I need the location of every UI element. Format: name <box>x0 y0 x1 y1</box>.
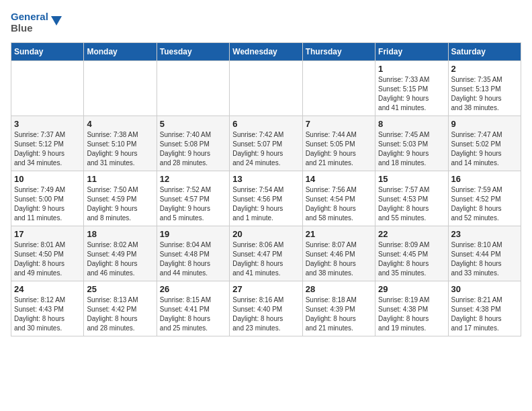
col-header-friday: Friday <box>375 42 448 60</box>
col-header-sunday: Sunday <box>11 42 84 60</box>
day-info: Sunrise: 8:09 AMSunset: 4:45 PMDaylight:… <box>378 240 445 278</box>
day-number: 10 <box>14 174 81 184</box>
col-header-monday: Monday <box>84 42 157 60</box>
calendar-cell: 12Sunrise: 7:52 AMSunset: 4:57 PMDayligh… <box>157 171 229 226</box>
day-info: Sunrise: 8:02 AMSunset: 4:49 PMDaylight:… <box>87 240 153 278</box>
day-number: 20 <box>232 229 299 239</box>
day-info: Sunrise: 7:42 AMSunset: 5:07 PMDaylight:… <box>232 130 299 168</box>
calendar-cell: 3Sunrise: 7:37 AMSunset: 5:12 PMDaylight… <box>11 116 84 171</box>
calendar-cell <box>302 60 375 116</box>
calendar-cell: 17Sunrise: 8:01 AMSunset: 4:50 PMDayligh… <box>11 226 84 281</box>
calendar-cell: 5Sunrise: 7:40 AMSunset: 5:08 PMDaylight… <box>157 116 229 171</box>
day-info: Sunrise: 7:38 AMSunset: 5:10 PMDaylight:… <box>87 130 153 168</box>
day-info: Sunrise: 8:16 AMSunset: 4:40 PMDaylight:… <box>232 295 299 333</box>
logo-blue: Blue <box>11 22 33 34</box>
day-number: 5 <box>160 119 226 129</box>
day-info: Sunrise: 7:35 AMSunset: 5:13 PMDaylight:… <box>451 75 518 113</box>
calendar-cell: 28Sunrise: 8:18 AMSunset: 4:39 PMDayligh… <box>302 281 375 336</box>
calendar-cell: 2Sunrise: 7:35 AMSunset: 5:13 PMDaylight… <box>448 60 521 116</box>
day-number: 7 <box>306 119 372 129</box>
day-info: Sunrise: 8:19 AMSunset: 4:38 PMDaylight:… <box>378 295 445 333</box>
calendar-cell: 30Sunrise: 8:21 AMSunset: 4:38 PMDayligh… <box>448 281 521 336</box>
day-info: Sunrise: 7:49 AMSunset: 5:00 PMDaylight:… <box>14 185 81 223</box>
day-number: 22 <box>378 229 445 239</box>
calendar-cell: 1Sunrise: 7:33 AMSunset: 5:15 PMDaylight… <box>375 60 448 116</box>
calendar-cell: 11Sunrise: 7:50 AMSunset: 4:59 PMDayligh… <box>84 171 157 226</box>
day-info: Sunrise: 8:15 AMSunset: 4:41 PMDaylight:… <box>160 295 226 333</box>
day-number: 2 <box>451 64 518 74</box>
day-number: 25 <box>87 284 153 294</box>
day-number: 28 <box>306 284 372 294</box>
day-number: 12 <box>160 174 226 184</box>
calendar-cell: 27Sunrise: 8:16 AMSunset: 4:40 PMDayligh… <box>230 281 302 336</box>
day-number: 14 <box>306 174 372 184</box>
day-info: Sunrise: 7:54 AMSunset: 4:56 PMDaylight:… <box>232 185 299 223</box>
calendar-cell: 23Sunrise: 8:10 AMSunset: 4:44 PMDayligh… <box>448 226 521 281</box>
calendar-cell: 10Sunrise: 7:49 AMSunset: 5:00 PMDayligh… <box>11 171 84 226</box>
col-header-saturday: Saturday <box>448 42 521 60</box>
day-number: 18 <box>87 229 153 239</box>
calendar-cell: 21Sunrise: 8:07 AMSunset: 4:46 PMDayligh… <box>302 226 375 281</box>
logo-chevron <box>50 15 62 27</box>
logo: General Blue <box>11 11 62 34</box>
calendar-cell: 19Sunrise: 8:04 AMSunset: 4:48 PMDayligh… <box>157 226 229 281</box>
day-info: Sunrise: 8:07 AMSunset: 4:46 PMDaylight:… <box>306 240 372 278</box>
calendar-cell: 7Sunrise: 7:44 AMSunset: 5:05 PMDaylight… <box>302 116 375 171</box>
calendar-cell: 14Sunrise: 7:56 AMSunset: 4:54 PMDayligh… <box>302 171 375 226</box>
day-number: 24 <box>14 284 81 294</box>
day-info: Sunrise: 7:40 AMSunset: 5:08 PMDaylight:… <box>160 130 226 168</box>
day-number: 8 <box>378 119 445 129</box>
day-info: Sunrise: 7:47 AMSunset: 5:02 PMDaylight:… <box>451 130 518 168</box>
svg-marker-0 <box>51 16 62 26</box>
day-info: Sunrise: 7:52 AMSunset: 4:57 PMDaylight:… <box>160 185 226 223</box>
day-info: Sunrise: 8:12 AMSunset: 4:43 PMDaylight:… <box>14 295 81 333</box>
day-number: 17 <box>14 229 81 239</box>
day-info: Sunrise: 7:45 AMSunset: 5:03 PMDaylight:… <box>378 130 445 168</box>
calendar-cell: 6Sunrise: 7:42 AMSunset: 5:07 PMDaylight… <box>230 116 302 171</box>
logo-general: General <box>11 11 48 22</box>
day-number: 21 <box>306 229 372 239</box>
day-number: 1 <box>378 64 445 74</box>
day-info: Sunrise: 7:56 AMSunset: 4:54 PMDaylight:… <box>306 185 372 223</box>
day-number: 30 <box>451 284 518 294</box>
calendar-cell: 8Sunrise: 7:45 AMSunset: 5:03 PMDaylight… <box>375 116 448 171</box>
calendar-cell: 4Sunrise: 7:38 AMSunset: 5:10 PMDaylight… <box>84 116 157 171</box>
day-info: Sunrise: 8:21 AMSunset: 4:38 PMDaylight:… <box>451 295 518 333</box>
day-info: Sunrise: 8:18 AMSunset: 4:39 PMDaylight:… <box>306 295 372 333</box>
col-header-wednesday: Wednesday <box>230 42 302 60</box>
day-info: Sunrise: 7:50 AMSunset: 4:59 PMDaylight:… <box>87 185 153 223</box>
day-info: Sunrise: 8:10 AMSunset: 4:44 PMDaylight:… <box>451 240 518 278</box>
calendar-cell: 24Sunrise: 8:12 AMSunset: 4:43 PMDayligh… <box>11 281 84 336</box>
col-header-tuesday: Tuesday <box>157 42 229 60</box>
day-number: 29 <box>378 284 445 294</box>
calendar-table: SundayMondayTuesdayWednesdayThursdayFrid… <box>11 42 521 336</box>
day-number: 11 <box>87 174 153 184</box>
day-number: 3 <box>14 119 81 129</box>
day-number: 26 <box>160 284 226 294</box>
day-number: 4 <box>87 119 153 129</box>
day-number: 13 <box>232 174 299 184</box>
day-info: Sunrise: 8:01 AMSunset: 4:50 PMDaylight:… <box>14 240 81 278</box>
calendar-cell: 16Sunrise: 7:59 AMSunset: 4:52 PMDayligh… <box>448 171 521 226</box>
calendar-cell: 9Sunrise: 7:47 AMSunset: 5:02 PMDaylight… <box>448 116 521 171</box>
day-info: Sunrise: 7:57 AMSunset: 4:53 PMDaylight:… <box>378 185 445 223</box>
day-number: 27 <box>232 284 299 294</box>
day-info: Sunrise: 7:44 AMSunset: 5:05 PMDaylight:… <box>306 130 372 168</box>
day-number: 9 <box>451 119 518 129</box>
calendar-cell <box>84 60 157 116</box>
day-number: 6 <box>232 119 299 129</box>
calendar-cell <box>230 60 302 116</box>
calendar-cell <box>157 60 229 116</box>
day-number: 19 <box>160 229 226 239</box>
calendar-cell: 18Sunrise: 8:02 AMSunset: 4:49 PMDayligh… <box>84 226 157 281</box>
calendar-cell: 26Sunrise: 8:15 AMSunset: 4:41 PMDayligh… <box>157 281 229 336</box>
calendar-cell <box>11 60 84 116</box>
day-info: Sunrise: 8:04 AMSunset: 4:48 PMDaylight:… <box>160 240 226 278</box>
day-info: Sunrise: 7:37 AMSunset: 5:12 PMDaylight:… <box>14 130 81 168</box>
day-info: Sunrise: 8:06 AMSunset: 4:47 PMDaylight:… <box>232 240 299 278</box>
day-number: 15 <box>378 174 445 184</box>
calendar-cell: 25Sunrise: 8:13 AMSunset: 4:42 PMDayligh… <box>84 281 157 336</box>
calendar-cell: 29Sunrise: 8:19 AMSunset: 4:38 PMDayligh… <box>375 281 448 336</box>
day-number: 16 <box>451 174 518 184</box>
day-number: 23 <box>451 229 518 239</box>
